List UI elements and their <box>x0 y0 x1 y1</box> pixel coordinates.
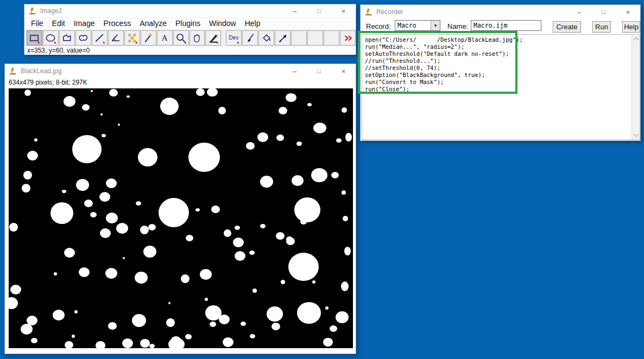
tool-color-picker-button[interactable] <box>205 30 221 46</box>
tool-point-button[interactable] <box>124 30 140 46</box>
particle-blob <box>188 143 220 172</box>
blacklead-titlebar[interactable]: BlackLead.jpg – □ × <box>5 64 356 78</box>
particle-blob <box>343 216 348 221</box>
particle-blob <box>100 113 103 116</box>
empty-icon <box>293 32 305 44</box>
scroll-down-icon[interactable] <box>634 132 639 137</box>
image-canvas[interactable] <box>9 88 353 348</box>
tool-oval-button[interactable] <box>43 30 59 46</box>
dropdown-arrow-button[interactable]: ▼ <box>431 21 440 30</box>
tool-arrow-button[interactable] <box>275 30 291 46</box>
tool-wand-button[interactable] <box>141 30 156 46</box>
tool-empty-button[interactable] <box>324 30 339 46</box>
particle-blob <box>64 96 75 107</box>
scroll-up-icon[interactable] <box>634 37 639 43</box>
tool-zoom-button[interactable] <box>173 30 189 46</box>
particle-blob <box>307 103 312 106</box>
close-button[interactable]: × <box>616 5 640 19</box>
toolbar-spacer <box>222 38 225 39</box>
particle-blob <box>233 238 244 247</box>
particle-blob <box>140 339 150 348</box>
recorder-window: Recorder – □ × Record: Macro ▼ Name: Mac… <box>360 4 641 141</box>
macro-code-textarea[interactable]: open("C:/Users/ /Desktop/BlackLead.jpg")… <box>362 34 640 140</box>
tool-bucket-button[interactable] <box>258 30 274 46</box>
maximize-button[interactable]: □ <box>307 64 331 78</box>
point-icon <box>126 32 138 44</box>
create-button[interactable]: Create <box>553 21 581 33</box>
particle-blob <box>241 322 246 326</box>
tool-text-button[interactable]: A <box>157 30 173 46</box>
particle-blob <box>106 213 118 223</box>
imagej-menubar: FileEditImageProcessAnalyzePluginsWindow… <box>24 17 356 29</box>
blacklead-window-title: BlackLead.jpg <box>21 67 61 75</box>
tool-angle-button[interactable] <box>108 30 124 46</box>
particle-blob <box>100 228 111 238</box>
particle-blob <box>149 344 155 348</box>
menu-edit[interactable]: Edit <box>48 18 70 29</box>
imagej-status-text: x=353, y=60, value=0 <box>24 47 356 55</box>
particle-blob <box>21 324 33 335</box>
help-button[interactable]: Help <box>622 21 640 33</box>
macro-name-input[interactable]: Macro.ijm <box>471 20 541 31</box>
particle-blob <box>292 175 304 186</box>
particle-blob <box>235 226 240 230</box>
tool-empty-button[interactable] <box>291 30 307 46</box>
particle-blob <box>160 98 179 115</box>
imagej-titlebar[interactable]: ImageJ – □ × <box>24 4 356 17</box>
particle-blob <box>109 89 118 97</box>
polygon-icon <box>61 32 73 44</box>
vertical-scrollbar[interactable] <box>632 35 640 139</box>
minimize-button[interactable]: – <box>567 5 591 19</box>
particle-blob <box>186 235 193 241</box>
imagej-toolbar: ADev <box>24 29 356 47</box>
particle-blob <box>90 212 97 217</box>
macro-code-lines: open("C:/Users/ /Desktop/BlackLead.jpg")… <box>362 35 640 93</box>
recorder-window-title: Recorder <box>376 8 403 16</box>
particle-blob <box>300 219 307 225</box>
tool-hand-button[interactable] <box>190 30 205 46</box>
close-button[interactable]: × <box>331 64 356 78</box>
menu-image[interactable]: Image <box>70 18 99 29</box>
empty-icon <box>326 32 338 44</box>
tool-dev-button[interactable]: Dev <box>226 30 242 46</box>
particle-blob <box>257 132 268 142</box>
maximize-button[interactable]: □ <box>591 5 616 19</box>
svg-text:A: A <box>162 33 168 42</box>
record-mode-dropdown[interactable]: Macro ▼ <box>395 20 440 31</box>
close-button[interactable]: × <box>331 4 356 17</box>
recorder-titlebar[interactable]: Recorder – □ × <box>361 5 640 19</box>
menu-file[interactable]: File <box>27 18 48 29</box>
imagej-microscope-icon <box>9 67 17 75</box>
svg-text:Dev: Dev <box>229 35 238 41</box>
maximize-button[interactable]: □ <box>307 4 331 17</box>
record-label: Record: <box>366 22 391 30</box>
tool-brush-button[interactable] <box>242 30 258 46</box>
menu-help[interactable]: Help <box>241 18 265 29</box>
rectangle-icon <box>28 32 40 44</box>
tool-more-tools-button[interactable] <box>340 30 356 46</box>
tool-empty-button[interactable] <box>307 30 323 46</box>
menu-plugins[interactable]: Plugins <box>171 18 205 29</box>
tool-rectangle-button[interactable] <box>27 30 42 46</box>
menu-window[interactable]: Window <box>205 18 241 29</box>
minimize-button[interactable]: – <box>282 64 307 78</box>
particle-blob <box>62 190 66 193</box>
tool-line-button[interactable] <box>92 30 108 46</box>
menu-process[interactable]: Process <box>99 18 136 29</box>
run-button[interactable]: Run <box>592 21 611 33</box>
particle-blob <box>325 306 329 310</box>
minimize-button[interactable]: – <box>282 4 307 17</box>
particle-blob <box>82 104 90 111</box>
particle-blob <box>276 232 285 240</box>
oval-icon <box>45 32 56 44</box>
tool-polygon-button[interactable] <box>59 30 75 46</box>
particle-blob <box>166 318 175 327</box>
menu-analyze[interactable]: Analyze <box>135 18 171 29</box>
recorder-controls-row: Record: Macro ▼ Name: Macro.ijm Create R… <box>361 19 640 34</box>
particle-blob <box>311 168 327 182</box>
macro-code-line: open("C:/Users/ /Desktop/BlackLead.jpg")… <box>365 36 640 43</box>
tool-freehand-button[interactable] <box>75 30 91 46</box>
particle-blob <box>72 335 75 338</box>
particle-blob <box>135 272 148 284</box>
particle-blob <box>64 248 75 258</box>
